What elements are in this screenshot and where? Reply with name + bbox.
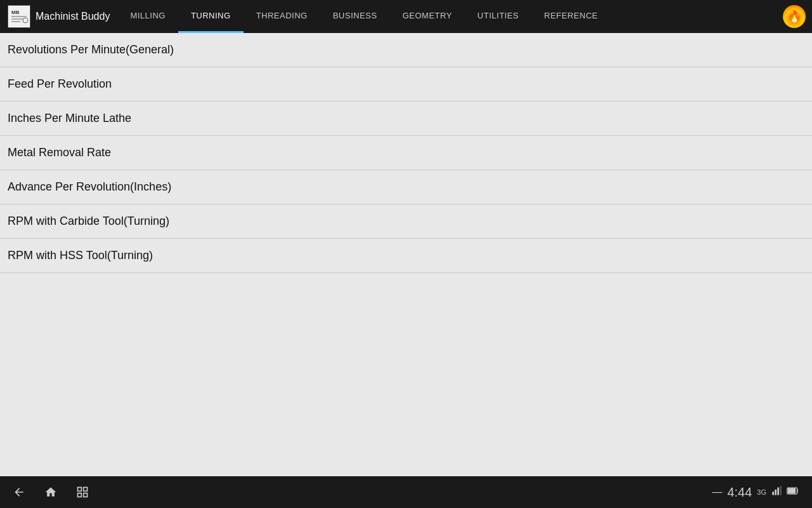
list-item-text: Revolutions Per Minute(General) <box>8 43 174 57</box>
list-item-rpm-hss[interactable]: RPM with HSS Tool(Turning) <box>0 239 812 273</box>
top-nav-bar: MB Machinist Buddy MILLING TURNING THREA… <box>0 0 812 33</box>
list-item-text: Advance Per Revolution(Inches) <box>8 180 171 194</box>
svg-rect-9 <box>84 493 88 497</box>
svg-rect-10 <box>772 491 774 495</box>
list-item-text: RPM with Carbide Tool(Turning) <box>8 215 169 228</box>
battery-icon <box>787 486 799 498</box>
list-item-text: Inches Per Minute Lathe <box>8 112 131 125</box>
svg-rect-8 <box>78 493 82 497</box>
app-title: Machinist Buddy <box>36 11 110 22</box>
system-nav-buttons <box>13 486 89 498</box>
tab-business[interactable]: BUSINESS <box>320 0 390 33</box>
svg-rect-6 <box>78 488 82 491</box>
svg-rect-11 <box>775 490 776 495</box>
tab-threading[interactable]: THREADING <box>244 0 320 33</box>
tab-milling[interactable]: MILLING <box>117 0 178 33</box>
svg-rect-12 <box>777 488 779 495</box>
main-content: Revolutions Per Minute(General) Feed Per… <box>0 33 812 476</box>
network-label: 3G <box>757 488 766 496</box>
app-icon: MB <box>8 5 30 28</box>
tab-utilities[interactable]: UTILITIES <box>465 0 532 33</box>
logo-svg: MB <box>9 6 29 27</box>
list-item-ipm-lathe[interactable]: Inches Per Minute Lathe <box>0 102 812 136</box>
tab-turning[interactable]: TURNING <box>178 0 244 33</box>
system-status: — 4:44 3G <box>712 485 799 500</box>
app-logo: MB Machinist Buddy <box>0 5 117 28</box>
list-item-metal-removal[interactable]: Metal Removal Rate <box>0 136 812 170</box>
nav-right: 🔥 <box>776 5 812 28</box>
list-item-rpm-general[interactable]: Revolutions Per Minute(General) <box>0 33 812 67</box>
nav-tabs: MILLING TURNING THREADING BUSINESS GEOME… <box>117 0 776 33</box>
list-item-advance-per-rev[interactable]: Advance Per Revolution(Inches) <box>0 170 812 204</box>
time-display: 4:44 <box>727 485 752 500</box>
status-dash: — <box>712 486 722 498</box>
svg-rect-15 <box>788 488 796 493</box>
recents-button[interactable] <box>76 486 89 498</box>
home-button[interactable] <box>44 486 57 498</box>
list-item-text: Feed Per Revolution <box>8 77 112 91</box>
svg-text:MB: MB <box>11 10 20 15</box>
back-button[interactable] <box>13 486 25 498</box>
list-item-rpm-carbide[interactable]: RPM with Carbide Tool(Turning) <box>0 204 812 239</box>
svg-rect-7 <box>84 488 88 491</box>
fire-icon[interactable]: 🔥 <box>783 5 806 28</box>
tab-reference[interactable]: REFERENCE <box>532 0 611 33</box>
list-item-text: Metal Removal Rate <box>8 146 111 159</box>
tab-geometry[interactable]: GEOMETRY <box>390 0 464 33</box>
list-item-feed-per-rev[interactable]: Feed Per Revolution <box>0 67 812 102</box>
list-item-text: RPM with HSS Tool(Turning) <box>8 249 153 262</box>
system-bar: — 4:44 3G <box>0 476 812 508</box>
svg-rect-13 <box>780 486 782 495</box>
signal-bars-icon <box>771 486 782 498</box>
